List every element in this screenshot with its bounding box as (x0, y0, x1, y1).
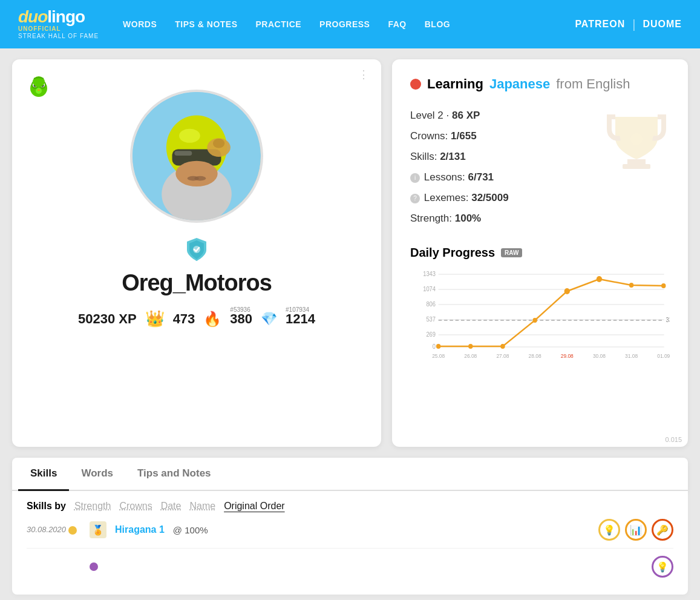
sort-name[interactable]: Name (189, 501, 215, 512)
username: Oreg_Motoros (122, 270, 272, 296)
skill-icons-right: 💡 📊 🔑 (598, 519, 673, 541)
svg-text:269: 269 (426, 331, 436, 338)
level-stat: Level 2 · 86 XP (410, 105, 670, 126)
card-dots: ⋮ (358, 68, 370, 81)
main-content: ⋮ (0, 48, 700, 458)
skill-row-2: 💡 (27, 549, 673, 585)
svg-text:29.08: 29.08 (561, 353, 574, 359)
svg-text:27.08: 27.08 (496, 353, 509, 359)
logo-title: duolingo (18, 8, 99, 25)
svg-point-13 (179, 129, 200, 143)
xp-value: 50230 XP (78, 311, 137, 327)
duome-link[interactable]: DUOME (643, 19, 682, 30)
svg-text:28.08: 28.08 (529, 353, 541, 359)
learning-text-prefix: Learning (427, 76, 483, 92)
svg-text:806: 806 (426, 301, 436, 308)
skills-stat: Skills: 2/131 (410, 147, 670, 167)
learning-row: Learning Japanese from English (410, 76, 670, 92)
nav-words[interactable]: WORDS (123, 19, 157, 29)
crown-count: 473 (173, 311, 195, 327)
svg-text:25.08: 25.08 (432, 353, 445, 359)
skill-row: 30.08.2020 🏅 Hiragana 1 @ 100% 💡 📊 🔑 (27, 512, 673, 549)
skill-icon-chart[interactable]: 📊 (625, 519, 647, 541)
crown-icon: 👑 (145, 309, 165, 328)
gem-icon: 💎 (261, 311, 277, 327)
skills-section: Skills by Strength Crowns Date Name Orig… (12, 491, 688, 595)
purple-dot (90, 562, 98, 571)
svg-point-45 (629, 283, 633, 288)
info-card: Learning Japanese from English Level 2 ·… (392, 59, 688, 447)
chart-area: 1343 1074 806 537 269 0 333 (410, 268, 670, 371)
svg-point-39 (436, 344, 440, 349)
owl-icon (25, 73, 52, 105)
svg-point-20 (213, 139, 224, 148)
sort-original[interactable]: Original Order (224, 501, 284, 512)
logo-subtitle: UNOFFICIAL streak hall of fame (18, 25, 99, 40)
skill-icon-lightbulb-2[interactable]: 💡 (652, 556, 673, 578)
sort-strength[interactable]: Strength (74, 501, 111, 512)
nav-practice[interactable]: PRACTICE (256, 19, 302, 29)
patreon-link[interactable]: PATREON (575, 19, 625, 30)
nav-blog[interactable]: BLOG (425, 19, 450, 29)
nav-faq[interactable]: FAQ (388, 19, 406, 29)
svg-point-46 (661, 283, 666, 288)
skill-icon-key[interactable]: 🔑 (652, 519, 673, 541)
skills-by-label: Skills by (27, 501, 66, 512)
svg-rect-15 (174, 151, 192, 156)
skill-badge: 🏅 (90, 521, 106, 538)
svg-point-16 (175, 161, 217, 186)
profile-card: ⋮ (12, 59, 381, 447)
skill-icons-right-2: 💡 (652, 556, 673, 578)
svg-text:537: 537 (426, 316, 436, 323)
language-link[interactable]: Japanese (489, 76, 550, 92)
strength-stat: Strength: 100% (410, 208, 670, 229)
stats-row: 50230 XP 👑 473 🔥 #53936 380 💎 #107934 12… (78, 309, 315, 328)
stats-block: Level 2 · 86 XP Crowns: 1/655 Skills: 2/… (410, 105, 670, 229)
tabs-row: Skills Words Tips and Notes (12, 458, 688, 491)
svg-point-18 (194, 176, 206, 181)
gems-rank: #107934 (286, 306, 309, 313)
main-nav: WORDS TIPS & NOTES PRACTICE PROGRESS FAQ… (123, 19, 551, 29)
svg-point-42 (532, 318, 537, 323)
sort-date[interactable]: Date (161, 501, 182, 512)
header-right: PATREON | DUOME (575, 18, 682, 31)
flame-icon: 🔥 (203, 311, 221, 328)
skills-by-row: Skills by Strength Crowns Date Name Orig… (27, 501, 673, 512)
header: duolingo UNOFFICIAL streak hall of fame … (0, 0, 700, 48)
logo-area: duolingo UNOFFICIAL streak hall of fame (18, 8, 99, 40)
nav-progress[interactable]: PROGRESS (319, 19, 370, 29)
skill-name-link[interactable]: Hiragana 1 (115, 524, 165, 535)
gems-count: 1214 (286, 311, 315, 326)
version-label: 0.015 (665, 436, 682, 443)
lexemes-info-icon: ? (410, 194, 420, 203)
lessons-info-icon: i (410, 173, 420, 183)
skill-date-dot (68, 526, 77, 535)
header-divider: | (632, 18, 635, 31)
shield-badge (182, 234, 212, 264)
daily-progress-title: Daily Progress RAW (410, 246, 670, 260)
from-text: from English (556, 76, 630, 92)
lessons-stat: i Lessons: 6/731 (410, 167, 670, 188)
tab-words[interactable]: Words (69, 458, 125, 491)
tabs-section: Skills Words Tips and Notes (12, 458, 688, 491)
streak-count: 380 (230, 311, 252, 326)
svg-text:1074: 1074 (423, 286, 436, 292)
raw-badge: RAW (501, 248, 522, 257)
skill-icon-lightbulb[interactable]: 💡 (598, 519, 620, 541)
svg-text:30.08: 30.08 (593, 353, 606, 359)
svg-point-43 (564, 288, 570, 294)
skill-pct: @ 100% (173, 525, 208, 535)
svg-point-40 (468, 344, 473, 349)
nav-tips[interactable]: TIPS & NOTES (175, 19, 237, 29)
chart-title: Daily Progress (410, 246, 495, 260)
red-dot (410, 79, 421, 90)
svg-text:26.08: 26.08 (464, 353, 477, 359)
tab-tips[interactable]: Tips and Notes (125, 458, 223, 491)
crowns-stat: Crowns: 1/655 (410, 126, 670, 147)
svg-text:1343: 1343 (423, 271, 436, 277)
lexemes-stat: ? Lexemes: 32/5009 (410, 188, 670, 208)
tab-skills[interactable]: Skills (18, 458, 69, 491)
svg-point-44 (597, 276, 602, 282)
sort-crowns[interactable]: Crowns (119, 501, 152, 512)
skill-date: 30.08.2020 (27, 525, 81, 535)
